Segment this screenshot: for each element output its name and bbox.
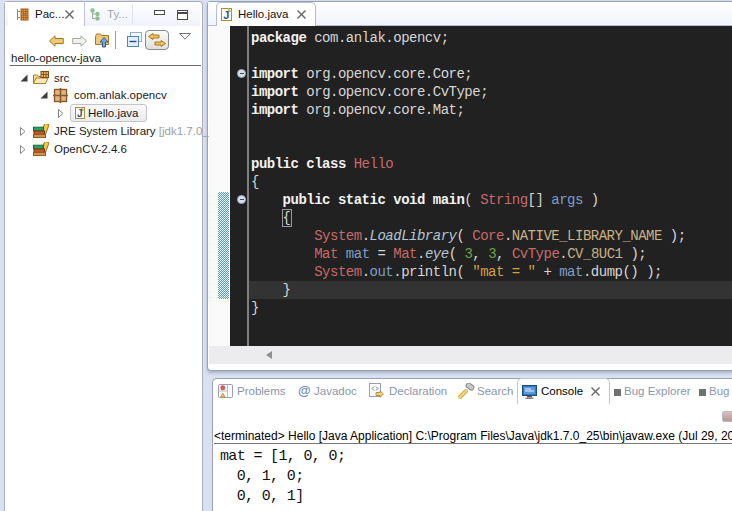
svg-text:J: J <box>223 9 229 21</box>
svg-text:J: J <box>77 108 83 119</box>
